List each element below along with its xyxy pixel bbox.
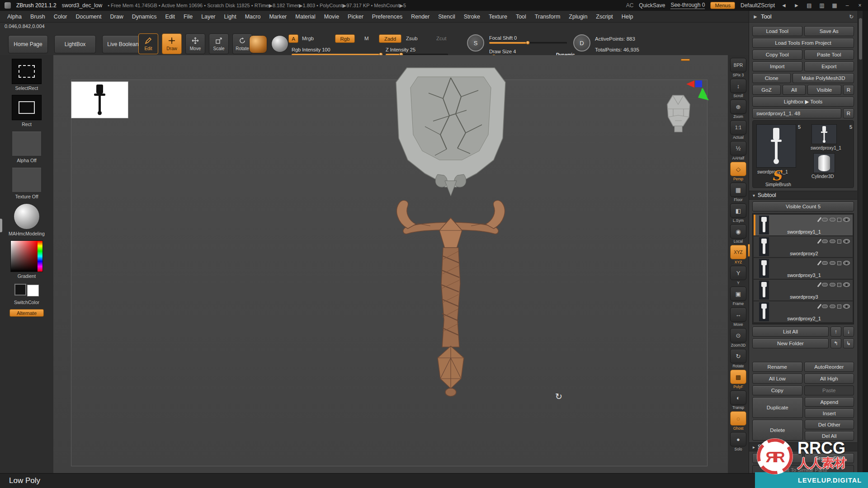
uv-toggle-icon[interactable]: [830, 218, 835, 221]
material-sphere[interactable]: [271, 35, 288, 52]
menu-material[interactable]: Material: [295, 14, 315, 20]
sculpt-brush-icon[interactable]: [817, 239, 822, 244]
menu-file[interactable]: File: [184, 14, 193, 20]
lightbox-button[interactable]: LightBox: [54, 35, 96, 53]
move-into-folder-button[interactable]: ↳: [843, 338, 854, 348]
close-icon[interactable]: ×: [856, 2, 863, 9]
scroll-button[interactable]: ↕Scroll: [730, 79, 746, 98]
layout-three-icon[interactable]: ▦: [831, 2, 838, 9]
subtool-row-swordproxy3[interactable]: swordproxy3: [754, 280, 853, 300]
zsub-button[interactable]: Zsub: [406, 36, 418, 41]
live-boolean-button[interactable]: Live Boolean: [102, 35, 144, 53]
goz-r-button[interactable]: R: [843, 85, 854, 95]
recent-tool-thumbnail[interactable]: [811, 124, 837, 144]
alternate[interactable]: Alternate: [9, 309, 44, 317]
layout-one-icon[interactable]: ▤: [806, 2, 813, 9]
layer-toggle-icon[interactable]: [837, 218, 841, 222]
alpha-selector[interactable]: Alpha Off: [12, 131, 42, 163]
layout-two-icon[interactable]: ▥: [818, 2, 826, 9]
see-through-slider[interactable]: See-through 0: [670, 2, 705, 9]
make-polymesh3d-button[interactable]: Make PolyMesh3D: [793, 73, 854, 83]
actual-button[interactable]: 1:1Actual: [730, 120, 746, 140]
menu-macro[interactable]: Macro: [245, 14, 261, 20]
focal-shift-handle[interactable]: [526, 41, 530, 45]
sculpt-brush-icon[interactable]: [817, 304, 822, 309]
zadd-button[interactable]: Zadd: [379, 34, 401, 43]
focal-shift-slider[interactable]: Focal Shift 0: [489, 35, 567, 44]
copy-subtool-button[interactable]: Copy: [752, 385, 802, 395]
subtool-section-header[interactable]: ▾ Subtool: [749, 191, 857, 200]
cylinder3d-thumbnail[interactable]: [813, 153, 835, 173]
menu-tool[interactable]: Tool: [516, 14, 526, 20]
paste-tool-button[interactable]: Paste Tool: [804, 50, 854, 60]
minimize-icon[interactable]: –: [844, 2, 851, 9]
zoom-button[interactable]: ⊕Zoom: [730, 99, 746, 119]
xyz-button[interactable]: XYZXYZ: [730, 245, 746, 264]
sculpt-brush-icon[interactable]: [817, 217, 822, 222]
visible-count-button[interactable]: Visible Count 5: [752, 202, 854, 211]
lsym-button[interactable]: ◧L.Sym: [730, 203, 746, 223]
eye-visibility-icon[interactable]: [843, 217, 850, 222]
bpr-button[interactable]: BPRSPix 3: [730, 58, 746, 77]
default-zscript-button[interactable]: DefaultZScript: [741, 2, 775, 9]
floor-button[interactable]: ▦Floor: [730, 183, 746, 202]
menu-zscript[interactable]: Zscript: [596, 14, 613, 20]
polypaint-toggle-icon[interactable]: [822, 283, 828, 286]
layer-toggle-icon[interactable]: [837, 261, 841, 265]
menu-alpha[interactable]: Alpha: [7, 14, 22, 20]
layer-toggle-icon[interactable]: [837, 239, 841, 244]
stroke-selector[interactable]: SelectRect: [12, 59, 42, 91]
local-button[interactable]: ◉Local: [730, 224, 746, 244]
move-up-button[interactable]: ↑: [830, 327, 841, 337]
menu-render[interactable]: Render: [411, 14, 429, 20]
menu-layer[interactable]: Layer: [201, 14, 215, 20]
subtool-row-swordproxy2[interactable]: swordproxy2: [754, 236, 853, 257]
menu-transform[interactable]: Transform: [535, 14, 561, 20]
stroke-rect[interactable]: Rect: [12, 95, 42, 127]
switch-color-icon[interactable]: [12, 283, 42, 298]
goz-all-button[interactable]: All: [783, 85, 806, 95]
menu-marker[interactable]: Marker: [269, 14, 287, 20]
current-material-swatch[interactable]: [249, 35, 267, 53]
duplicate-button[interactable]: Duplicate: [752, 397, 803, 418]
palette-restore-icon[interactable]: ↻: [849, 14, 854, 20]
color-picker[interactable]: Gradient: [10, 240, 43, 279]
menu-brush[interactable]: Brush: [30, 14, 45, 20]
subtool-row-swordproxy1-1[interactable]: swordproxy1_1: [754, 215, 853, 235]
y-axis-button[interactable]: YY: [730, 266, 746, 285]
viewport-canvas[interactable]: ↻: [53, 55, 728, 473]
eye-visibility-icon[interactable]: [843, 239, 850, 244]
depth-compass-icon[interactable]: D: [573, 34, 590, 52]
del-other-button[interactable]: Del Other: [805, 420, 854, 429]
polypaint-toggle-icon[interactable]: [822, 305, 828, 308]
aahalf-button[interactable]: ½AAHalf: [730, 141, 746, 160]
top-divider-handle[interactable]: [681, 59, 690, 61]
all-high-button[interactable]: All High: [804, 374, 854, 384]
menu-zplugin[interactable]: Zplugin: [569, 14, 587, 20]
move-out-folder-button[interactable]: ↰: [830, 338, 841, 348]
menu-picker[interactable]: Picker: [348, 14, 363, 20]
scale-mode-button[interactable]: Scale: [209, 33, 229, 54]
import-button[interactable]: Import: [752, 61, 802, 71]
append-button[interactable]: Append: [805, 397, 854, 407]
load-tool-button[interactable]: Load Tool: [752, 26, 802, 36]
all-low-button[interactable]: All Low: [752, 374, 802, 384]
menus-button[interactable]: Menus: [710, 2, 735, 9]
insert-button[interactable]: Insert: [805, 408, 854, 418]
polyframe-button[interactable]: ▩PolyF: [730, 370, 746, 389]
move-canvas-button[interactable]: ↔Move: [730, 307, 746, 327]
menu-movie[interactable]: Movie: [324, 14, 339, 20]
polypaint-toggle-icon[interactable]: [822, 239, 828, 243]
switch-color[interactable]: SwitchColor: [12, 283, 42, 305]
material-selector[interactable]: MAHmcModeling: [9, 203, 45, 236]
rotate-canvas-button[interactable]: ↻Rotate: [730, 349, 746, 368]
channel-m-button[interactable]: M: [364, 36, 369, 41]
polypaint-toggle-icon[interactable]: [822, 218, 828, 221]
frame-button[interactable]: ▣Frame: [730, 286, 746, 306]
menu-stencil[interactable]: Stencil: [438, 14, 455, 20]
move-mode-button[interactable]: Move: [185, 33, 205, 54]
copy-tool-button[interactable]: Copy Tool: [752, 50, 802, 60]
hide-right-tray-icon[interactable]: ►: [793, 2, 800, 9]
rgb-intensity-slider[interactable]: Rgb Intensity 100: [292, 47, 381, 56]
lightbox-tools-button[interactable]: Lightbox ▶ Tools: [752, 97, 854, 107]
